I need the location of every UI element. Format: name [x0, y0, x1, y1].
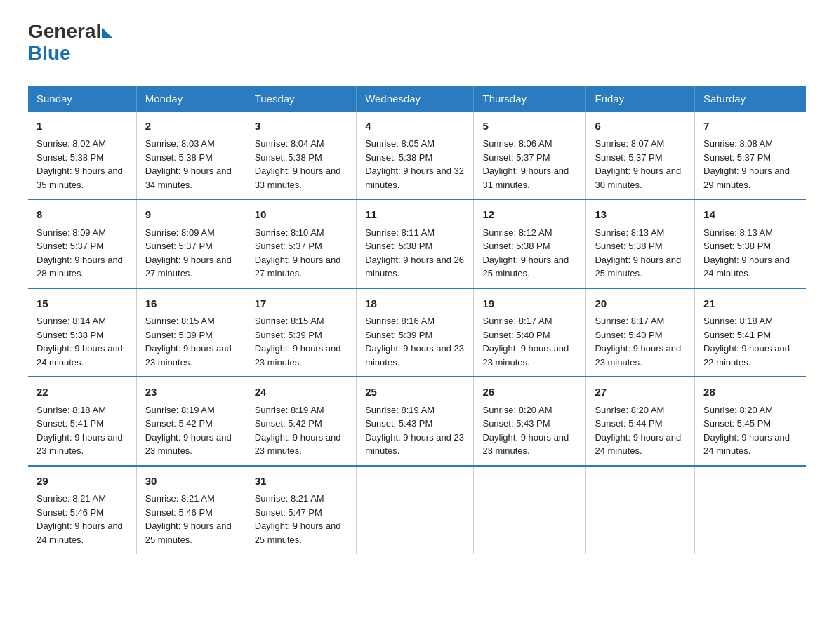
day-number: 6	[595, 119, 686, 135]
day-number: 24	[255, 384, 348, 401]
day-number: 26	[482, 384, 577, 401]
calendar-header-row: SundayMondayTuesdayWednesdayThursdayFrid…	[28, 86, 806, 112]
logo-text-blue: Blue	[28, 43, 112, 65]
calendar-week-row: 15Sunrise: 8:14 AMSunset: 5:38 PMDayligh…	[28, 288, 806, 377]
day-number: 7	[703, 119, 797, 135]
calendar-cell: 29Sunrise: 8:21 AMSunset: 5:46 PMDayligh…	[28, 466, 136, 554]
day-number: 9	[145, 207, 237, 223]
calendar-cell: 11Sunrise: 8:11 AMSunset: 5:38 PMDayligh…	[357, 199, 474, 288]
calendar-cell: 16Sunrise: 8:15 AMSunset: 5:39 PMDayligh…	[136, 288, 246, 377]
day-number: 16	[145, 296, 237, 312]
day-number: 10	[255, 207, 348, 223]
calendar-cell	[695, 466, 806, 554]
calendar-cell: 31Sunrise: 8:21 AMSunset: 5:47 PMDayligh…	[246, 466, 357, 554]
calendar-cell: 4Sunrise: 8:05 AMSunset: 5:38 PMDaylight…	[357, 112, 474, 200]
day-number: 29	[37, 474, 128, 490]
calendar-cell: 2Sunrise: 8:03 AMSunset: 5:38 PMDaylight…	[136, 112, 246, 200]
day-number: 14	[703, 207, 797, 223]
day-number: 4	[365, 119, 465, 135]
col-header-tuesday: Tuesday	[246, 86, 357, 112]
calendar-cell: 6Sunrise: 8:07 AMSunset: 5:37 PMDaylight…	[586, 112, 695, 200]
calendar-cell: 8Sunrise: 8:09 AMSunset: 5:37 PMDaylight…	[28, 199, 136, 288]
logo-arrow-icon	[102, 28, 112, 38]
calendar-week-row: 8Sunrise: 8:09 AMSunset: 5:37 PMDaylight…	[28, 199, 806, 288]
calendar-cell	[357, 466, 474, 554]
calendar-cell: 19Sunrise: 8:17 AMSunset: 5:40 PMDayligh…	[474, 288, 586, 377]
calendar-cell: 30Sunrise: 8:21 AMSunset: 5:46 PMDayligh…	[136, 466, 246, 554]
calendar-cell: 13Sunrise: 8:13 AMSunset: 5:38 PMDayligh…	[586, 199, 695, 288]
calendar-cell: 25Sunrise: 8:19 AMSunset: 5:43 PMDayligh…	[357, 377, 474, 466]
calendar-cell: 21Sunrise: 8:18 AMSunset: 5:41 PMDayligh…	[695, 288, 806, 377]
col-header-wednesday: Wednesday	[357, 86, 474, 112]
calendar-table: SundayMondayTuesdayWednesdayThursdayFrid…	[28, 86, 806, 554]
day-number: 28	[703, 384, 797, 401]
col-header-thursday: Thursday	[474, 86, 586, 112]
calendar-cell: 26Sunrise: 8:20 AMSunset: 5:43 PMDayligh…	[474, 377, 586, 466]
calendar-cell: 14Sunrise: 8:13 AMSunset: 5:38 PMDayligh…	[695, 199, 806, 288]
calendar-cell: 15Sunrise: 8:14 AMSunset: 5:38 PMDayligh…	[28, 288, 136, 377]
calendar-cell: 27Sunrise: 8:20 AMSunset: 5:44 PMDayligh…	[586, 377, 695, 466]
day-number: 17	[255, 296, 348, 312]
calendar-cell: 18Sunrise: 8:16 AMSunset: 5:39 PMDayligh…	[357, 288, 474, 377]
page-header: General Blue	[28, 21, 806, 65]
calendar-cell: 12Sunrise: 8:12 AMSunset: 5:38 PMDayligh…	[474, 199, 586, 288]
calendar-cell: 17Sunrise: 8:15 AMSunset: 5:39 PMDayligh…	[246, 288, 357, 377]
calendar-week-row: 29Sunrise: 8:21 AMSunset: 5:46 PMDayligh…	[28, 466, 806, 554]
calendar-week-row: 22Sunrise: 8:18 AMSunset: 5:41 PMDayligh…	[28, 377, 806, 466]
day-number: 11	[365, 207, 465, 223]
col-header-sunday: Sunday	[28, 86, 136, 112]
calendar-cell: 7Sunrise: 8:08 AMSunset: 5:37 PMDaylight…	[695, 112, 806, 200]
day-number: 20	[595, 296, 686, 312]
calendar-week-row: 1Sunrise: 8:02 AMSunset: 5:38 PMDaylight…	[28, 112, 806, 200]
calendar-cell: 20Sunrise: 8:17 AMSunset: 5:40 PMDayligh…	[586, 288, 695, 377]
col-header-monday: Monday	[136, 86, 246, 112]
calendar-cell: 3Sunrise: 8:04 AMSunset: 5:38 PMDaylight…	[246, 112, 357, 200]
calendar-cell: 24Sunrise: 8:19 AMSunset: 5:42 PMDayligh…	[246, 377, 357, 466]
day-number: 25	[365, 384, 465, 401]
calendar-cell: 22Sunrise: 8:18 AMSunset: 5:41 PMDayligh…	[28, 377, 136, 466]
calendar-cell	[586, 466, 695, 554]
day-number: 15	[37, 296, 128, 312]
calendar-cell: 5Sunrise: 8:06 AMSunset: 5:37 PMDaylight…	[474, 112, 586, 200]
logo: General Blue	[28, 21, 112, 65]
calendar-cell: 28Sunrise: 8:20 AMSunset: 5:45 PMDayligh…	[695, 377, 806, 466]
day-number: 18	[365, 296, 465, 312]
logo-text-general: General	[28, 21, 101, 43]
day-number: 3	[255, 119, 348, 135]
calendar-cell: 10Sunrise: 8:10 AMSunset: 5:37 PMDayligh…	[246, 199, 357, 288]
day-number: 27	[595, 384, 686, 401]
day-number: 8	[37, 207, 128, 223]
day-number: 2	[145, 119, 237, 135]
day-number: 12	[482, 207, 577, 223]
day-number: 5	[482, 119, 577, 135]
day-number: 1	[37, 119, 128, 135]
calendar-cell: 23Sunrise: 8:19 AMSunset: 5:42 PMDayligh…	[136, 377, 246, 466]
col-header-friday: Friday	[586, 86, 695, 112]
calendar-cell: 1Sunrise: 8:02 AMSunset: 5:38 PMDaylight…	[28, 112, 136, 200]
day-number: 23	[145, 384, 237, 401]
calendar-cell	[474, 466, 586, 554]
day-number: 21	[703, 296, 797, 312]
day-number: 22	[37, 384, 128, 401]
calendar-cell: 9Sunrise: 8:09 AMSunset: 5:37 PMDaylight…	[136, 199, 246, 288]
day-number: 19	[482, 296, 577, 312]
col-header-saturday: Saturday	[695, 86, 806, 112]
day-number: 30	[145, 474, 237, 490]
day-number: 13	[595, 207, 686, 223]
day-number: 31	[255, 474, 348, 490]
